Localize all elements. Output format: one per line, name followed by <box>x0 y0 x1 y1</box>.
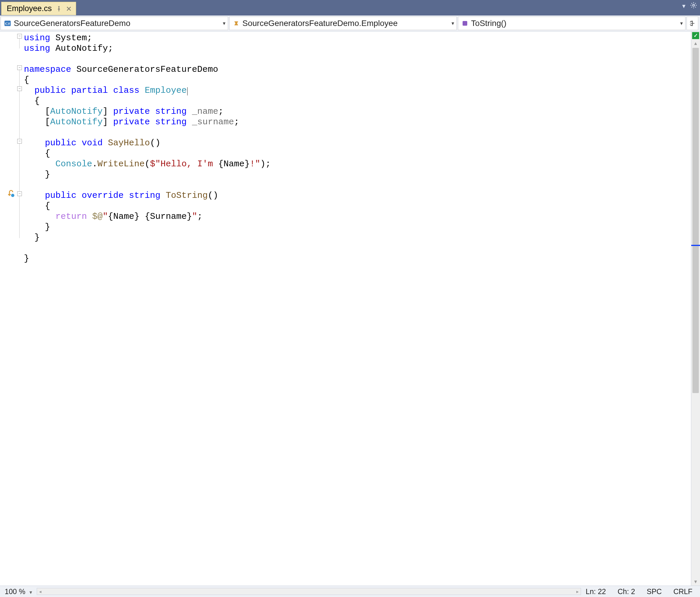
chevron-down-icon <box>27 588 32 596</box>
csharp-project-icon: C# <box>4 20 11 27</box>
token-keyword: public <box>45 191 76 200</box>
tab-strip-actions <box>680 2 697 9</box>
class-icon <box>232 20 240 27</box>
scroll-left-icon[interactable]: ◂ <box>37 588 44 595</box>
token-keyword: namespace <box>24 65 71 74</box>
token-string: " <box>192 212 197 221</box>
text-caret <box>187 87 188 95</box>
project-dropdown[interactable]: C# SourceGeneratorsFeatureDemo <box>1 17 228 30</box>
token-namespace: SourceGeneratorsFeatureDemo <box>76 65 218 74</box>
token-keyword: public <box>34 86 66 95</box>
token-property: Name <box>113 212 134 221</box>
scroll-right-icon[interactable]: ▸ <box>574 588 581 595</box>
svg-text:C#: C# <box>5 21 10 26</box>
token-attribute: AutoNotify <box>50 106 103 116</box>
overview-ruler-caret-mark <box>691 245 700 246</box>
override-glyph-icon[interactable] <box>7 190 15 198</box>
token-string: $ <box>150 159 155 169</box>
token-keyword: partial <box>71 86 108 95</box>
token-keyword: void <box>82 138 103 148</box>
split-editor-button[interactable] <box>686 17 698 30</box>
scroll-down-icon[interactable]: ▼ <box>691 579 700 584</box>
gear-icon[interactable] <box>690 2 697 9</box>
token-method: SayHello <box>108 138 150 148</box>
fold-toggle[interactable]: − <box>17 34 22 39</box>
document-tab-strip: Employee.cs <box>0 0 700 16</box>
pin-icon[interactable] <box>56 6 62 12</box>
token-string: " <box>103 212 108 221</box>
token-attribute: AutoNotify <box>50 117 103 127</box>
fold-toggle[interactable]: − <box>17 139 22 144</box>
project-dropdown-label: SourceGeneratorsFeatureDemo <box>14 19 219 28</box>
token-keyword: using <box>24 33 50 43</box>
vertical-scrollbar-thumb[interactable] <box>693 48 699 393</box>
type-dropdown[interactable]: SourceGeneratorsFeatureDemo.Employee <box>229 17 457 30</box>
outlining-margin: − − − − − <box>16 31 23 586</box>
token-type: Console <box>55 159 92 169</box>
document-tab-filename: Employee.cs <box>7 4 52 13</box>
horizontal-scrollbar[interactable]: ◂ ▸ <box>37 588 581 595</box>
status-column[interactable]: Ch: 2 <box>618 588 635 596</box>
type-dropdown-label: SourceGeneratorsFeatureDemo.Employee <box>242 19 447 28</box>
zoom-level-label: 100 % <box>5 588 25 596</box>
token-method: ToString <box>166 191 208 200</box>
member-dropdown-label: ToString() <box>471 19 676 28</box>
active-files-dropdown-icon[interactable] <box>680 2 685 9</box>
token-namespace: System <box>55 33 87 43</box>
status-line[interactable]: Ln: 22 <box>586 588 606 596</box>
fold-toggle[interactable]: − <box>17 86 22 91</box>
fold-toggle[interactable]: − <box>17 191 22 196</box>
token-property: Surname <box>150 212 187 221</box>
svg-rect-3 <box>462 21 467 26</box>
token-keyword: string <box>129 191 160 200</box>
scroll-up-icon[interactable]: ▲ <box>691 41 700 46</box>
token-namespace: AutoNotify <box>55 44 108 53</box>
fold-toggle[interactable]: − <box>17 65 22 70</box>
token-string: "Hello, I'm <box>155 159 218 169</box>
token-keyword: override <box>82 191 124 200</box>
token-field: _surname <box>192 117 234 127</box>
token-keyword: private <box>113 106 150 116</box>
status-line-ending[interactable]: CRLF <box>673 588 693 596</box>
overview-ruler[interactable]: ▲ ▼ <box>691 31 700 586</box>
token-type: Employee <box>145 86 187 95</box>
token-field: _name <box>192 106 218 116</box>
token-keyword: using <box>24 44 50 53</box>
token-string-prefix: $@ <box>92 212 103 221</box>
token-keyword: return <box>55 212 87 221</box>
glyph-margin <box>0 31 16 586</box>
token-keyword: private <box>113 117 150 127</box>
zoom-level-dropdown[interactable]: 100 % <box>0 588 35 596</box>
fold-guideline <box>19 69 20 238</box>
token-keyword: string <box>155 106 187 116</box>
member-dropdown[interactable]: ToString() <box>458 17 685 30</box>
token-string: !" <box>250 159 260 169</box>
code-text-area[interactable]: using System; using AutoNotify; namespac… <box>23 31 691 586</box>
editor-status-bar: 100 % ◂ ▸ Ln: 22 Ch: 2 SPC CRLF <box>0 586 700 597</box>
document-tab-employee[interactable]: Employee.cs <box>1 2 76 15</box>
token-keyword: public <box>45 138 76 148</box>
svg-point-4 <box>11 194 14 197</box>
status-whitespace[interactable]: SPC <box>647 588 661 596</box>
fold-guideline <box>19 38 20 48</box>
error-indicator-ok-icon[interactable] <box>692 32 699 39</box>
token-keyword: string <box>155 117 187 127</box>
token-property: Name <box>223 159 244 169</box>
token-keyword: class <box>113 86 140 95</box>
status-items: Ln: 22 Ch: 2 SPC CRLF <box>583 588 700 596</box>
code-editor: − − − − − using System; using AutoNotify… <box>0 31 700 586</box>
token-method: WriteLine <box>97 159 145 169</box>
code-navigation-bar: C# SourceGeneratorsFeatureDemo SourceGen… <box>0 16 700 31</box>
svg-point-0 <box>693 4 695 6</box>
close-icon[interactable] <box>66 6 72 12</box>
method-icon <box>461 20 469 27</box>
